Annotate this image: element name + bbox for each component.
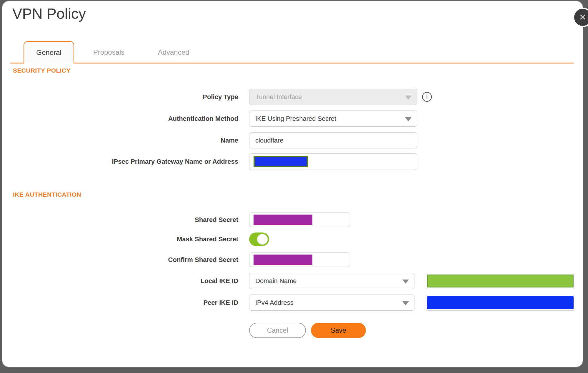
shared-secret-label: Shared Secret (2, 213, 238, 227)
chevron-down-icon (402, 280, 409, 284)
peer-ike-id-type-select[interactable]: IPv4 Address (249, 295, 414, 311)
name-row: Name (2, 132, 584, 148)
chevron-down-icon (402, 301, 409, 305)
close-icon: ✕ (579, 13, 586, 22)
confirm-shared-secret-redaction-box (254, 255, 312, 265)
tab-general[interactable]: General (24, 41, 74, 63)
mask-shared-secret-row: Mask Shared Secret (2, 233, 584, 246)
local-ike-id-label: Local IKE ID (2, 273, 238, 289)
tab-proposals[interactable]: Proposals (85, 41, 132, 63)
security-policy-heading: SECURITY POLICY (13, 67, 71, 74)
peer-ike-id-value-input[interactable] (426, 295, 575, 311)
peer-ike-id-type-value: IPv4 Address (255, 299, 294, 307)
footer-actions: Cancel Save (2, 323, 584, 338)
authentication-method-value: IKE Using Preshared Secret (255, 115, 336, 123)
gateway-redaction-box (254, 156, 308, 167)
authentication-method-select[interactable]: IKE Using Preshared Secret (249, 111, 417, 127)
confirm-shared-secret-row: Confirm Shared Secret (2, 252, 584, 267)
chevron-down-icon (405, 117, 412, 121)
info-icon[interactable]: i (422, 92, 432, 102)
save-button[interactable]: Save (311, 323, 366, 338)
authentication-method-row: Authentication Method IKE Using Preshare… (2, 111, 584, 127)
shared-secret-input[interactable] (249, 213, 350, 227)
tab-advanced-label: Advanced (158, 48, 189, 56)
authentication-method-label: Authentication Method (2, 111, 238, 127)
local-ike-id-type-select[interactable]: Domain Name (249, 273, 414, 289)
tab-general-label: General (36, 48, 61, 57)
shared-secret-redaction-box (254, 215, 312, 225)
gateway-input[interactable] (249, 153, 417, 170)
cancel-button[interactable]: Cancel (249, 323, 306, 338)
shared-secret-row: Shared Secret (2, 213, 584, 227)
page-backdrop: { "dialog": { "title": "VPN Policy", "cl… (0, 0, 588, 373)
peer-ike-id-label: Peer IKE ID (2, 295, 238, 311)
policy-type-label: Policy Type (2, 89, 238, 105)
tab-advanced[interactable]: Advanced (150, 41, 197, 63)
gateway-label: IPsec Primary Gateway Name or Address (2, 153, 238, 170)
save-button-label: Save (331, 327, 346, 334)
toggle-knob (257, 234, 268, 245)
local-ike-id-row: Local IKE ID Domain Name (2, 273, 584, 289)
ike-authentication-heading: IKE AUTHENTICATION (13, 191, 81, 198)
chevron-down-icon (405, 96, 412, 100)
confirm-shared-secret-label: Confirm Shared Secret (2, 252, 238, 267)
cancel-button-label: Cancel (267, 327, 288, 334)
policy-type-value: Tunnel Interface (255, 93, 302, 101)
local-ike-id-type-value: Domain Name (255, 277, 297, 285)
name-input[interactable] (249, 132, 417, 148)
mask-shared-secret-label: Mask Shared Secret (2, 233, 238, 246)
tab-proposals-label: Proposals (93, 48, 125, 56)
gateway-row: IPsec Primary Gateway Name or Address (2, 153, 584, 170)
policy-type-row: Policy Type Tunnel Interface i (2, 89, 584, 105)
mask-shared-secret-toggle[interactable] (249, 233, 269, 246)
policy-type-select: Tunnel Interface (249, 89, 417, 105)
name-label: Name (2, 132, 238, 148)
peer-ike-id-redaction-box (427, 296, 574, 309)
vpn-policy-dialog: VPN Policy General Proposals Advanced SE… (2, 1, 583, 367)
local-ike-id-value-input[interactable] (426, 273, 575, 289)
peer-ike-id-row: Peer IKE ID IPv4 Address (2, 295, 584, 311)
local-ike-id-redaction-box (427, 275, 574, 287)
dialog-title: VPN Policy (12, 5, 86, 22)
confirm-shared-secret-input[interactable] (249, 252, 350, 267)
